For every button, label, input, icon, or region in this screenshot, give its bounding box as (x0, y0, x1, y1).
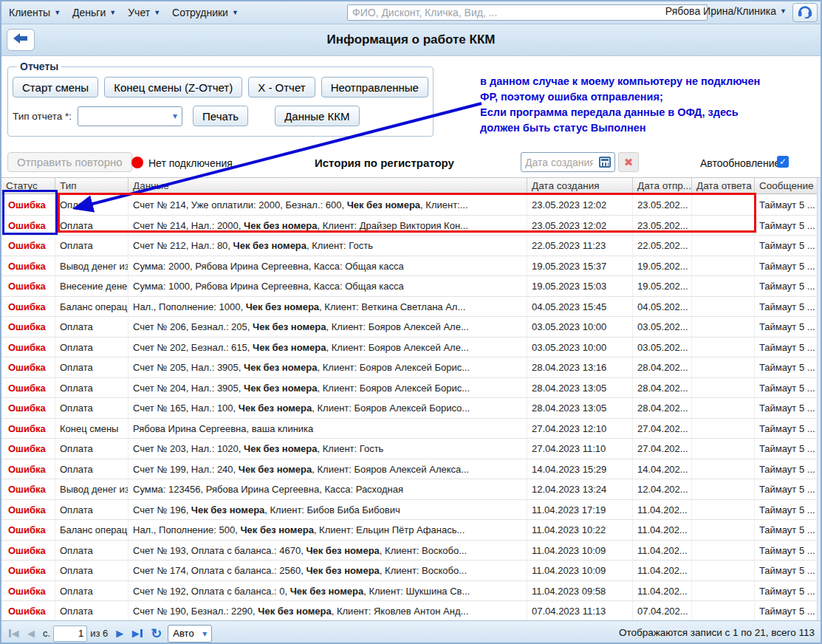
status-cell: Ошибка (1, 256, 55, 276)
column-header-created[interactable]: Дата создания (527, 178, 633, 193)
connection-status-icon (131, 157, 143, 168)
refresh-icon[interactable]: ↻ (151, 626, 162, 642)
type-cell: Оплата (55, 561, 129, 580)
message-cell: Таймаут 5 ... (755, 297, 822, 317)
start-shift-button[interactable]: Старт смены (13, 77, 98, 97)
menu-item-clients[interactable]: Клиенты▼ (9, 7, 61, 18)
data-cell: Счет № 206, Безнал.: 205, Чек без номера… (129, 317, 527, 337)
data-cell: Счет № 196, Чек без номера, Клиент: Бибо… (129, 500, 527, 520)
menu-item-accounting[interactable]: Учет▼ (128, 7, 160, 18)
sent-cell: 19.05.202... (633, 256, 692, 276)
table-row[interactable]: ОшибкаОплатаСчет № 174, Оплата с баланса… (1, 561, 821, 581)
answer-cell (692, 541, 755, 561)
resend-button[interactable]: Отправить повторно (7, 152, 132, 172)
table-row[interactable]: ОшибкаБаланс операцииНал., Пополнение: 1… (1, 297, 821, 318)
user-menu[interactable]: Рябова Ирина/Клиника▼ (665, 5, 787, 17)
data-cell: Нал., Пополнение: 500, Чек без номера, К… (129, 520, 527, 540)
menu-item-label: Деньги (72, 7, 106, 18)
answer-cell (692, 601, 755, 621)
created-cell: 28.04.2023 13:16 (527, 357, 633, 377)
first-page-button[interactable]: ◀ (4, 625, 22, 643)
unsent-button[interactable]: Неотправленные (321, 77, 428, 97)
column-header-type[interactable]: Тип (55, 178, 129, 193)
table-row[interactable]: ОшибкаОплатаСчет № 206, Безнал.: 205, Че… (1, 317, 821, 338)
status-highlight-box (2, 190, 58, 235)
chevron-down-icon: ▾ (173, 112, 177, 120)
prev-page-button[interactable]: ◀ (22, 625, 40, 643)
status-cell: Ошибка (1, 459, 55, 479)
search-input[interactable] (347, 4, 708, 21)
table-row[interactable]: ОшибкаОплатаСчет № 212, Нал.: 80, Чек бе… (1, 236, 821, 256)
x-report-button[interactable]: X - Отчет (248, 77, 315, 97)
date-filter (521, 152, 615, 172)
answer-cell (692, 297, 755, 317)
date-filter-input[interactable] (525, 157, 593, 168)
annotation-line: Если программа передала данные в ОФД, зд… (480, 105, 821, 120)
table-row[interactable]: ОшибкаВывод денег из ка...Сумма: 2000, Р… (1, 256, 821, 277)
menu-item-label: Сотрудники (172, 7, 228, 18)
table-row[interactable]: ОшибкаОплатаСчет № 202, Безнал.: 615, Че… (1, 338, 821, 358)
calendar-icon[interactable] (599, 157, 611, 168)
answer-cell (692, 357, 755, 377)
table-header: Статус Тип Данные Дата создания Дата отп… (1, 177, 821, 194)
data-cell: Сумма: 123456, Рябова Ирина Сергеевна, К… (129, 479, 527, 499)
table-row[interactable]: ОшибкаОплатаСчет № 203, Нал.: 1020, Чек … (1, 439, 821, 459)
menu-item-money[interactable]: Деньги▼ (72, 7, 116, 18)
table-row[interactable]: ОшибкаОплатаСчет № 196, Чек без номера, … (1, 500, 821, 521)
sent-cell: 11.04.202... (633, 520, 692, 540)
refresh-mode-select[interactable]: Авто▾ (168, 625, 212, 643)
status-cell: Ошибка (1, 561, 55, 580)
sent-cell: 14.04.202... (633, 459, 692, 479)
created-cell: 07.04.2023 11:13 (527, 601, 633, 621)
column-header-answer[interactable]: Дата ответа (692, 178, 755, 193)
status-cell: Ошибка (1, 276, 55, 296)
table-row[interactable]: ОшибкаОплатаСчет № 190, Безнал.: 2290, Ч… (1, 601, 821, 622)
created-cell: 27.04.2023 11:10 (527, 439, 633, 459)
type-cell: Баланс операции (55, 520, 129, 540)
created-cell: 28.04.2023 13:05 (527, 378, 633, 398)
table-row[interactable]: ОшибкаКонец сменыРябова Ирина Сергеевна,… (1, 419, 821, 439)
table-row[interactable]: ОшибкаВнесение денег в ...Сумма: 1000, Р… (1, 276, 821, 297)
end-shift-z-report-button[interactable]: Конец смены (Z-Отчет) (104, 77, 242, 97)
status-cell: Ошибка (1, 520, 55, 540)
status-cell: Ошибка (1, 398, 55, 418)
chevron-down-icon: ▼ (154, 10, 160, 16)
sent-cell: 11.04.202... (633, 541, 692, 561)
support-button[interactable] (792, 3, 818, 22)
message-cell: Таймаут 5 ... (755, 601, 822, 621)
table-row[interactable]: ОшибкаОплатаСчет № 193, Оплата с баланса… (1, 541, 821, 561)
status-cell: Ошибка (1, 338, 55, 357)
column-header-message[interactable]: Сообщение (755, 178, 822, 193)
clear-date-button[interactable]: ✖ (618, 152, 639, 172)
close-icon: ✖ (624, 156, 634, 169)
last-page-button[interactable]: ▶ (129, 625, 146, 643)
page-number-input[interactable] (53, 626, 87, 642)
type-cell: Оплата (55, 601, 129, 621)
menu-item-staff[interactable]: Сотрудники▼ (172, 7, 239, 18)
report-type-label: Тип отчета *: (13, 111, 72, 122)
annotation-line: ФР, поэтому ошибка отправления; (480, 89, 821, 105)
table-row[interactable]: ОшибкаОплатаСчет № 205, Нал.: 3905, Чек … (1, 357, 821, 378)
table-scrollbar[interactable] (817, 178, 822, 620)
column-header-data[interactable]: Данные (129, 178, 527, 193)
status-cell: Ошибка (1, 541, 55, 561)
print-button[interactable]: Печать (193, 106, 248, 126)
answer-cell (692, 236, 755, 256)
message-cell: Таймаут 5 ... (755, 561, 822, 580)
column-header-sent[interactable]: Дата отпр... (633, 178, 692, 193)
type-cell: Вывод денег из ка... (55, 479, 129, 499)
kkm-data-button[interactable]: Данные ККМ (275, 106, 359, 126)
autorefresh-checkbox[interactable]: ✓ (777, 156, 789, 168)
table-row[interactable]: ОшибкаОплатаСчет № 165, Нал.: 100, Чек б… (1, 398, 821, 419)
table-row[interactable]: ОшибкаОплатаСчет № 204, Нал.: 3905, Чек … (1, 378, 821, 399)
table-row[interactable]: ОшибкаВывод денег из ка...Сумма: 123456,… (1, 479, 821, 500)
table-body: ОшибкаОплатаСчет № 214, Уже оплатили: 20… (1, 195, 821, 622)
table-row[interactable]: ОшибкаБаланс операцииНал., Пополнение: 5… (1, 520, 821, 541)
table-row[interactable]: ОшибкаОплатаСчет № 199, Нал.: 240, Чек б… (1, 459, 821, 480)
status-cell: Ошибка (1, 601, 55, 621)
report-type-select[interactable]: ▾ (78, 106, 182, 126)
message-cell: Таймаут 5 ... (755, 479, 822, 499)
message-cell: Таймаут 5 ... (755, 317, 822, 337)
next-page-button[interactable]: ▶ (111, 625, 129, 643)
table-row[interactable]: ОшибкаОплатаСчет № 192, Оплата с баланса… (1, 581, 821, 602)
